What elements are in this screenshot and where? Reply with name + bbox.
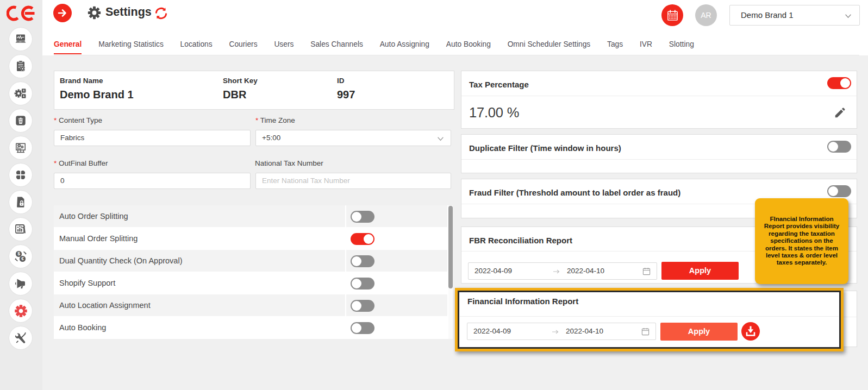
svg-text:€: € [21, 256, 24, 261]
svg-text:$: $ [17, 251, 20, 256]
